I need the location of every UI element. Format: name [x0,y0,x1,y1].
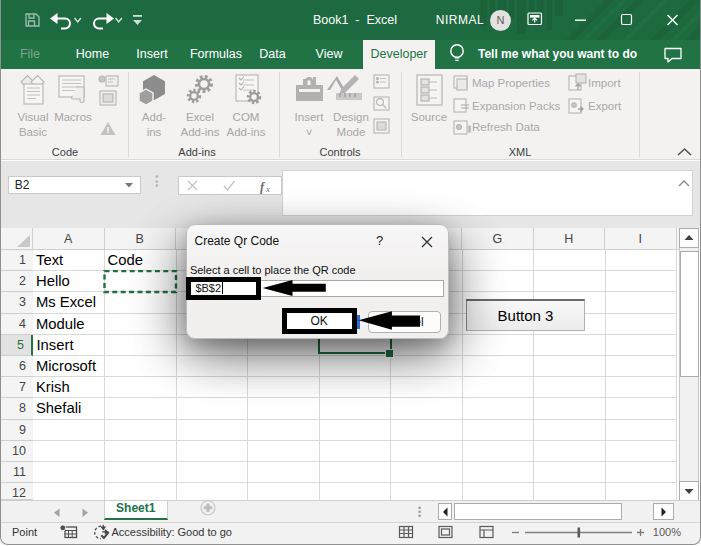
svg-text:x: x [265,184,270,194]
svg-text:!: ! [468,124,471,134]
svg-text:!: ! [107,125,110,135]
